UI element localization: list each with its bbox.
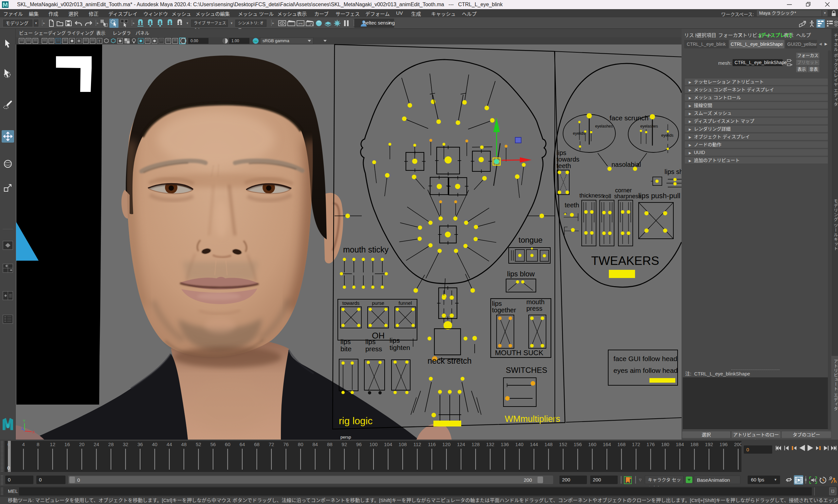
svg-text:180: 180: [661, 442, 669, 447]
svg-text:176: 176: [646, 442, 655, 447]
svg-text:bite: bite: [341, 345, 352, 353]
svg-text:96: 96: [356, 442, 362, 447]
svg-text:TWEAKERS: TWEAKERS: [591, 254, 659, 268]
svg-text:196: 196: [719, 442, 728, 447]
svg-text:roll: roll: [603, 193, 611, 199]
svg-text:レンダラ: レンダラ: [112, 31, 131, 36]
svg-text:172: 172: [632, 442, 640, 447]
svg-text:eyelids: eyelids: [573, 131, 585, 136]
svg-text:148: 148: [544, 442, 553, 447]
svg-text:funnel: funnel: [399, 300, 412, 306]
svg-text:28: 28: [108, 442, 114, 447]
svg-text:32: 32: [123, 442, 128, 447]
svg-text:4: 4: [22, 442, 24, 447]
svg-text:ビュー: ビュー: [19, 31, 33, 36]
svg-text:シェーディング: シェーディング: [34, 31, 66, 36]
svg-text:56: 56: [210, 442, 216, 447]
svg-text:72: 72: [269, 442, 274, 447]
svg-text:164: 164: [603, 442, 611, 447]
svg-text:nasolabial: nasolabial: [611, 161, 641, 168]
svg-text:Y: Y: [23, 419, 25, 423]
svg-text:68: 68: [254, 442, 260, 447]
svg-text:124: 124: [457, 442, 465, 447]
svg-text:eyelashes: eyelashes: [595, 124, 613, 128]
svg-text:168: 168: [617, 442, 626, 447]
svg-text:20: 20: [79, 442, 85, 447]
svg-text:12: 12: [50, 442, 55, 447]
svg-text:200: 200: [734, 442, 741, 447]
svg-text:eyelids: eyelids: [661, 133, 673, 138]
svg-text:64: 64: [240, 442, 245, 447]
svg-text:48: 48: [181, 442, 187, 447]
svg-text:Z: Z: [21, 427, 23, 430]
svg-text:thickness: thickness: [579, 192, 604, 199]
svg-text:136: 136: [501, 442, 509, 447]
svg-text:8: 8: [37, 442, 39, 447]
svg-text:120: 120: [442, 442, 450, 447]
svg-text:purse: purse: [372, 300, 384, 306]
svg-text:WMmultipliers: WMmultipliers: [505, 414, 560, 424]
svg-text:mouth: mouth: [526, 298, 545, 305]
svg-text:144: 144: [530, 442, 538, 447]
svg-text:パネル: パネル: [136, 31, 149, 36]
svg-text:152: 152: [559, 442, 567, 447]
svg-text:40: 40: [152, 442, 157, 447]
svg-text:T: T: [98, 39, 101, 43]
svg-text:140: 140: [515, 442, 523, 447]
svg-text:lips: lips: [389, 337, 400, 344]
svg-text:lips blow: lips blow: [507, 270, 535, 278]
svg-text:76: 76: [283, 442, 289, 447]
svg-text:84: 84: [312, 442, 318, 447]
svg-text:156: 156: [574, 442, 582, 447]
svg-text:press: press: [365, 345, 382, 353]
svg-text:lips: lips: [492, 300, 502, 307]
svg-text:X: X: [32, 430, 35, 434]
svg-text:92: 92: [342, 442, 347, 447]
svg-text:MOUTH SUCK: MOUTH SUCK: [495, 349, 543, 357]
svg-text:100: 100: [369, 442, 378, 447]
svg-text:88: 88: [327, 442, 333, 447]
svg-text:towards: towards: [557, 156, 579, 163]
svg-text:132: 132: [486, 442, 494, 447]
svg-text:tighten: tighten: [389, 344, 410, 351]
svg-text:ライティング: ライティング: [67, 31, 94, 36]
svg-text:60: 60: [225, 442, 230, 447]
svg-text:mouth sticky: mouth sticky: [343, 245, 388, 254]
svg-text:face scrunch: face scrunch: [610, 114, 648, 122]
svg-text:188: 188: [691, 442, 699, 447]
svg-text:184: 184: [676, 442, 684, 447]
svg-text:lips push-pull: lips push-pull: [638, 192, 680, 200]
svg-text:rig logic: rig logic: [339, 415, 372, 426]
svg-text:corner: corner: [615, 187, 632, 194]
svg-text:192: 192: [705, 442, 713, 447]
svg-text:80: 80: [298, 442, 303, 447]
svg-text:160: 160: [588, 442, 596, 447]
svg-text:teeth: teeth: [565, 201, 579, 209]
svg-text:teeth: teeth: [557, 162, 571, 169]
svg-text:sRGB gamma: sRGB gamma: [263, 38, 290, 43]
svg-text:112: 112: [414, 442, 421, 447]
svg-text:36: 36: [138, 442, 143, 447]
svg-text:persp: persp: [341, 435, 351, 439]
svg-text:ON: ON: [254, 40, 257, 43]
svg-text:108: 108: [399, 442, 407, 447]
svg-text:neck stretch: neck stretch: [427, 356, 472, 365]
svg-text:128: 128: [471, 442, 479, 447]
svg-text:lips sh: lips sh: [664, 168, 682, 175]
svg-text:sharpness: sharpness: [614, 193, 641, 199]
svg-text:0: 0: [7, 442, 10, 447]
svg-text:lips: lips: [341, 338, 351, 345]
svg-text:towards: towards: [343, 300, 360, 306]
svg-text:24: 24: [93, 442, 99, 447]
svg-text:0: 0: [7, 465, 10, 471]
svg-text:together: together: [492, 306, 516, 314]
svg-text:tongue: tongue: [519, 235, 542, 244]
svg-text:IPR: IPR: [298, 22, 303, 25]
svg-text:lips: lips: [365, 338, 376, 345]
svg-text:lips: lips: [557, 149, 566, 156]
svg-text:SWITCHES: SWITCHES: [506, 366, 547, 375]
svg-text:press: press: [526, 305, 542, 312]
svg-text:116: 116: [428, 442, 436, 447]
svg-text:0.00: 0.00: [191, 39, 198, 43]
svg-text:104: 104: [384, 442, 392, 447]
